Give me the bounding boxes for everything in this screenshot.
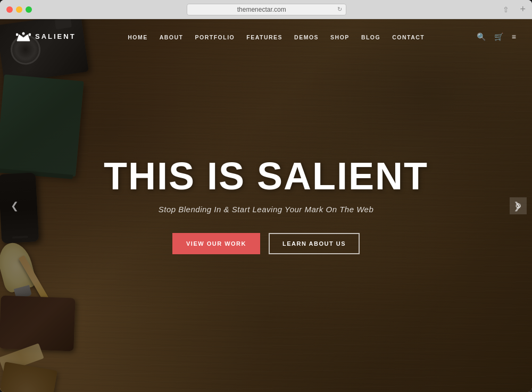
url-container: themenectar.com ↻ xyxy=(187,4,346,15)
prev-slide-button[interactable]: ❮ xyxy=(5,195,24,217)
url-input[interactable]: themenectar.com xyxy=(187,4,346,15)
view-work-button[interactable]: VIEW OUR WORK xyxy=(172,233,260,254)
traffic-lights xyxy=(6,6,32,13)
nav-link-blog[interactable]: BLOG xyxy=(361,34,380,40)
menu-button[interactable]: ≡ xyxy=(512,32,516,41)
nav-actions: 🔍 🛒 ≡ xyxy=(477,32,516,41)
minimize-button[interactable] xyxy=(16,6,22,13)
new-tab-button[interactable]: + xyxy=(520,4,526,15)
nav-item-demos[interactable]: DEMOS xyxy=(294,32,319,41)
nav-link-home[interactable]: HOME xyxy=(128,34,148,40)
close-button[interactable] xyxy=(6,6,13,13)
logo[interactable]: SALIENT xyxy=(16,31,76,42)
url-bar-container: themenectar.com ↻ xyxy=(36,4,496,15)
hero-content: THIS IS SALIENT Stop Blending In & Start… xyxy=(0,19,532,392)
share-icon[interactable]: ⇧ xyxy=(501,4,511,15)
search-button[interactable]: 🔍 xyxy=(477,32,486,41)
nav-item-about[interactable]: ABOUT xyxy=(160,32,184,41)
nav-link-shop[interactable]: SHOP xyxy=(330,34,350,40)
nav-item-blog[interactable]: BLOG xyxy=(361,32,380,41)
crown-icon xyxy=(16,31,31,42)
logo-icon xyxy=(16,31,31,42)
nav-link-about[interactable]: ABOUT xyxy=(160,34,184,40)
nav-item-shop[interactable]: SHOP xyxy=(330,32,350,41)
maximize-button[interactable] xyxy=(26,6,32,13)
hero-title: THIS IS SALIENT xyxy=(104,157,428,195)
cart-button[interactable]: 🛒 xyxy=(494,32,503,41)
nav-link-features[interactable]: FEATURES xyxy=(246,34,282,40)
svg-marker-0 xyxy=(17,35,30,41)
nav-item-portfolio[interactable]: PORTFOLIO xyxy=(195,32,235,41)
nav-links: HOME ABOUT PORTFOLIO FEATURES DEMOS SHOP… xyxy=(128,32,425,41)
nav-link-contact[interactable]: CONTACT xyxy=(392,34,425,40)
svg-point-3 xyxy=(29,33,31,36)
nav-item-contact[interactable]: CONTACT xyxy=(392,32,425,41)
svg-point-2 xyxy=(22,32,25,35)
navbar: SALIENT HOME ABOUT PORTFOLIO FEATURES DE… xyxy=(0,19,532,54)
browser-actions: ⇧ + xyxy=(501,4,526,15)
logo-text: SALIENT xyxy=(35,32,76,40)
website: SALIENT HOME ABOUT PORTFOLIO FEATURES DE… xyxy=(0,19,532,392)
browser-titlebar: themenectar.com ↻ ⇧ + xyxy=(0,0,532,19)
nav-link-portfolio[interactable]: PORTFOLIO xyxy=(195,34,235,40)
nav-item-features[interactable]: FEATURES xyxy=(246,32,282,41)
settings-button[interactable]: ⚙ xyxy=(510,197,527,214)
reload-icon[interactable]: ↻ xyxy=(337,6,342,13)
hero-buttons: VIEW OUR WORK LEARN ABOUT US xyxy=(172,233,360,254)
learn-about-button[interactable]: LEARN ABOUT US xyxy=(269,233,360,254)
browser-window: themenectar.com ↻ ⇧ + xyxy=(0,0,532,392)
svg-point-1 xyxy=(16,33,19,36)
browser-content: SALIENT HOME ABOUT PORTFOLIO FEATURES DE… xyxy=(0,19,532,392)
hero-subtitle: Stop Blending In & Start Leaving Your Ma… xyxy=(159,205,374,214)
nav-item-home[interactable]: HOME xyxy=(128,32,148,41)
nav-link-demos[interactable]: DEMOS xyxy=(294,34,319,40)
